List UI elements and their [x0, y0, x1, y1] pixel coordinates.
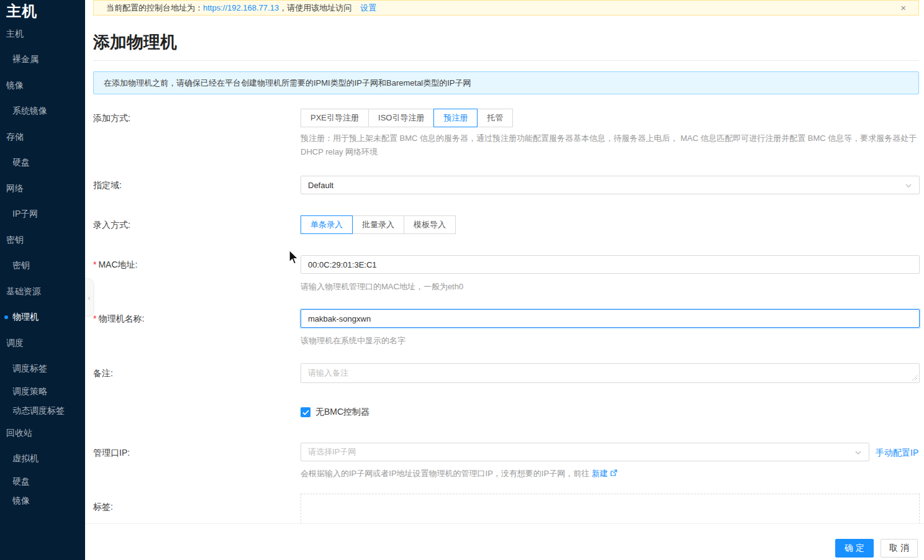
checkbox-checked-icon[interactable] [301, 407, 310, 417]
mgmt-ip-help: 会根据输入的IP子网或者IP地址设置物理机的管理口IP，没有想要的IP子网，前往… [301, 467, 617, 481]
entry-mode-label: 录入方式: [93, 220, 130, 231]
sidebar-item-label: 虚拟机 [12, 453, 38, 464]
info-alert: 在添加物理机之前，请确保已经在平台创建物理机所需要的IPMI类型的IP子网和Ba… [93, 71, 919, 94]
sidebar-item-recycle-bin-group[interactable]: 回收站 [0, 420, 85, 446]
create-subnet-link[interactable]: 新建 [592, 469, 608, 478]
settings-link[interactable]: 设置 [360, 2, 376, 14]
sidebar-item-key-group[interactable]: 密钥 [0, 227, 85, 253]
sidebar-item-label: 动态调度标签 [12, 405, 65, 417]
chevron-down-icon [854, 449, 862, 456]
tab-label: 批量录入 [362, 219, 394, 230]
tab-label: PXE引导注册 [310, 112, 359, 124]
active-dot [4, 315, 8, 319]
mgmt-ip-help-text: 会根据输入的IP子网或者IP地址设置物理机的管理口IP，没有想要的IP子网，前往 [301, 469, 592, 478]
tab-label: 托管 [487, 112, 503, 124]
mac-input[interactable] [301, 255, 920, 274]
mgmt-ip-select[interactable]: 请选择IP子网 [301, 443, 869, 461]
mac-help: 请输入物理机管理口的MAC地址，一般为eth0 [301, 280, 463, 294]
sidebar-item-network-group[interactable]: 网络 [0, 176, 85, 202]
sidebar-item-scheduling-policy[interactable]: 调度策略 [0, 382, 85, 401]
sidebar-item-vm[interactable]: 虚拟机 [0, 446, 85, 472]
mgmt-ip-placeholder: 请选择IP子网 [308, 446, 356, 458]
sidebar-item-label: 基础资源 [6, 286, 41, 297]
name-help: 该物理机在系统中显示的名字 [301, 334, 405, 348]
sidebar-item-label: 回收站 [6, 428, 32, 439]
sidebar-item-label: 镜像 [6, 80, 24, 91]
sidebar-item-recycle-image[interactable]: 镜像 [0, 491, 85, 510]
tab-pre-register[interactable]: 预注册 [433, 109, 478, 127]
tab-iso-register[interactable]: ISO引导注册 [368, 109, 434, 127]
remark-field [301, 363, 920, 383]
remark-label: 备注: [93, 368, 113, 379]
tab-label: 预注册 [443, 112, 468, 124]
sidebar-item-label: 网络 [6, 183, 24, 194]
sidebar-item-physical-machine[interactable]: 物理机 [0, 305, 85, 331]
add-method-help: 预注册：用于预上架未配置 BMC 信息的服务器，通过预注册功能配置服务器基本信息… [301, 132, 922, 159]
sidebar-item-label: 调度标签 [12, 363, 47, 374]
sidebar-item-label: 硬盘 [12, 157, 30, 168]
external-link-icon [610, 469, 617, 477]
name-label: *物理机名称: [93, 314, 144, 325]
sidebar-collapse-handle[interactable]: ‹ [85, 278, 94, 317]
banner-text-prefix: 当前配置的控制台地址为： [106, 2, 203, 14]
tab-batch-entry[interactable]: 批量录入 [352, 215, 404, 234]
required-asterisk: * [93, 314, 96, 323]
tab-template-import[interactable]: 模板导入 [404, 215, 456, 234]
tab-single-entry[interactable]: 单条录入 [301, 215, 353, 234]
sidebar-item-system-image[interactable]: 系统镜像 [0, 99, 85, 125]
sidebar-item-base-resource-group[interactable]: 基础资源 [0, 279, 85, 305]
sidebar-item-label: 镜像 [12, 495, 30, 507]
sidebar-item-label: 物理机 [12, 312, 38, 323]
mac-label-text: MAC地址: [98, 260, 137, 269]
no-bmc-checkbox-row[interactable]: 无BMC控制器 [301, 407, 369, 418]
sidebar-item-baremetal[interactable]: 裸金属 [0, 47, 85, 73]
entry-mode-tabs: 单条录入 批量录入 模板导入 [301, 215, 456, 234]
tab-label: 模板导入 [414, 219, 446, 230]
console-address-banner: 当前配置的控制台地址为： https://192.168.77.13 ，请使用该… [93, 0, 919, 16]
chevron-down-icon [905, 182, 912, 189]
manual-ip-link[interactable]: 手动配置IP [876, 448, 918, 459]
sidebar-item-label: 硬盘 [12, 476, 30, 487]
name-input[interactable] [301, 309, 920, 328]
remark-textarea[interactable] [301, 363, 920, 383]
sidebar-item-recycle-disk[interactable]: 硬盘 [0, 472, 85, 491]
mouse-cursor [288, 250, 301, 266]
sidebar-item-label: 调度策略 [12, 386, 47, 397]
sidebar-item-label: 主机 [6, 29, 24, 40]
confirm-button[interactable]: 确 定 [835, 539, 874, 558]
zone-select-value: Default [308, 181, 333, 190]
sidebar-title: 主机 [0, 0, 85, 21]
sidebar-item-ip-subnet[interactable]: IP子网 [0, 202, 85, 228]
mgmt-ip-label: 管理口IP: [93, 448, 130, 459]
console-address-link[interactable]: https://192.168.77.13 [203, 3, 279, 12]
footer-bar: 确 定 取 消 [85, 523, 924, 560]
close-icon[interactable]: × [900, 3, 911, 12]
sidebar-item-scheduling-group[interactable]: 调度 [0, 330, 85, 356]
chevron-left-icon: ‹ [88, 293, 90, 302]
mac-label: *MAC地址: [93, 260, 137, 271]
title-divider [93, 60, 919, 61]
name-label-text: 物理机名称: [98, 314, 144, 323]
tab-label: 单条录入 [310, 219, 343, 230]
sidebar-menu: 主机 裸金属 镜像 系统镜像 存储 硬盘 网络 IP子网 密钥 密钥 基础资源 … [0, 21, 85, 510]
sidebar-item-label: 存储 [6, 132, 24, 143]
required-asterisk: * [93, 260, 96, 269]
tab-pxe-register[interactable]: PXE引导注册 [301, 109, 369, 127]
sidebar-item-image-group[interactable]: 镜像 [0, 73, 85, 99]
cancel-button[interactable]: 取 消 [881, 539, 918, 558]
page-title: 添加物理机 [93, 31, 177, 53]
sidebar: 主机 主机 裸金属 镜像 系统镜像 存储 硬盘 网络 IP子网 密钥 密钥 基础… [0, 0, 85, 560]
zone-select[interactable]: Default [301, 176, 920, 194]
add-method-tabs: PXE引导注册 ISO引导注册 预注册 托管 [301, 109, 513, 127]
sidebar-item-disk[interactable]: 硬盘 [0, 150, 85, 176]
sidebar-item-dynamic-scheduling-tag[interactable]: 动态调度标签 [0, 401, 85, 420]
sidebar-item-label: 裸金属 [12, 54, 38, 65]
sidebar-item-label: 密钥 [6, 235, 24, 246]
sidebar-item-scheduling-tag[interactable]: 调度标签 [0, 356, 85, 382]
sidebar-item-label: 调度 [6, 338, 24, 349]
tab-managed[interactable]: 托管 [477, 109, 513, 127]
sidebar-item-key[interactable]: 密钥 [0, 253, 85, 279]
sidebar-item-host-group[interactable]: 主机 [0, 21, 85, 47]
info-alert-text: 在添加物理机之前，请确保已经在平台创建物理机所需要的IPMI类型的IP子网和Ba… [104, 78, 471, 89]
sidebar-item-storage-group[interactable]: 存储 [0, 124, 85, 150]
